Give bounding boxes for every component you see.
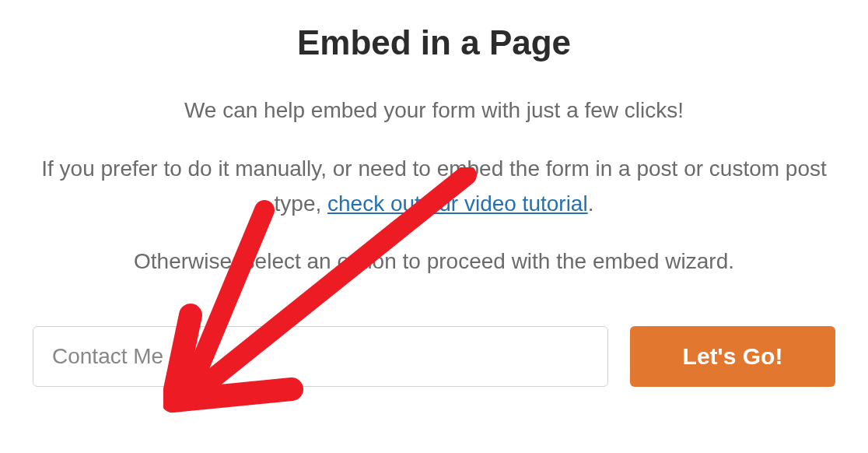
embed-modal: Embed in a Page We can help embed your f… bbox=[0, 0, 868, 387]
modal-title: Embed in a Page bbox=[16, 23, 852, 62]
page-name-input[interactable] bbox=[33, 326, 608, 387]
description-text-post: . bbox=[588, 191, 594, 216]
modal-description-3: Otherwise, select an option to proceed w… bbox=[16, 244, 852, 279]
embed-form-row: Let's Go! bbox=[16, 326, 852, 387]
modal-description-1: We can help embed your form with just a … bbox=[16, 93, 852, 128]
video-tutorial-link[interactable]: check out our video tutorial bbox=[327, 191, 588, 216]
lets-go-button[interactable]: Let's Go! bbox=[630, 326, 835, 387]
modal-description-2: If you prefer to do it manually, or need… bbox=[16, 152, 852, 222]
